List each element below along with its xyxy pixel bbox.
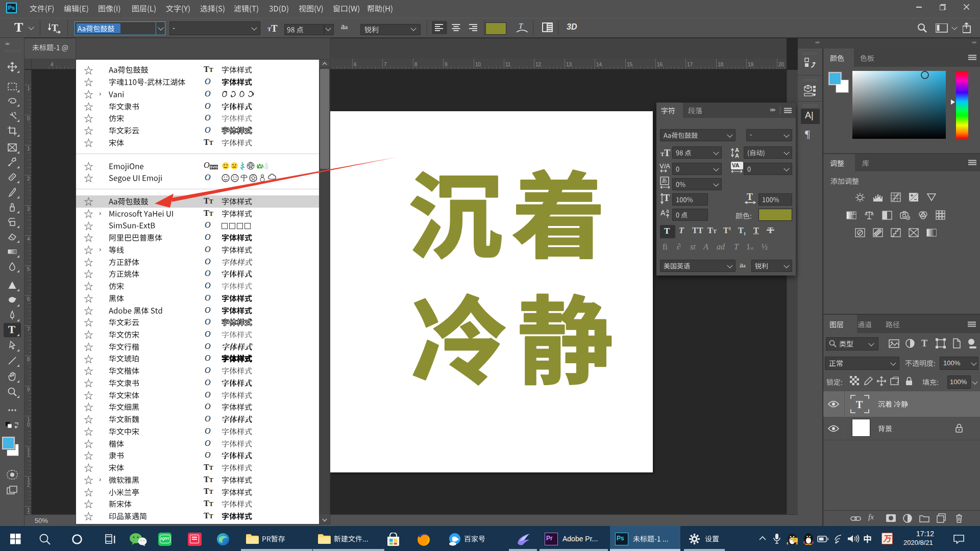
svg-text:A: A xyxy=(660,209,666,217)
svg-text:T: T xyxy=(519,22,524,30)
svg-text:T: T xyxy=(271,23,278,33)
svg-text:V/A: V/A xyxy=(659,162,670,170)
svg-text:a: a xyxy=(666,208,669,214)
svg-text:T: T xyxy=(52,22,58,33)
svg-text:T: T xyxy=(747,192,753,202)
svg-text:T: T xyxy=(664,148,670,158)
svg-text:T: T xyxy=(664,193,670,203)
svg-text:A: A xyxy=(735,153,739,159)
svg-text:T: T xyxy=(856,399,863,410)
